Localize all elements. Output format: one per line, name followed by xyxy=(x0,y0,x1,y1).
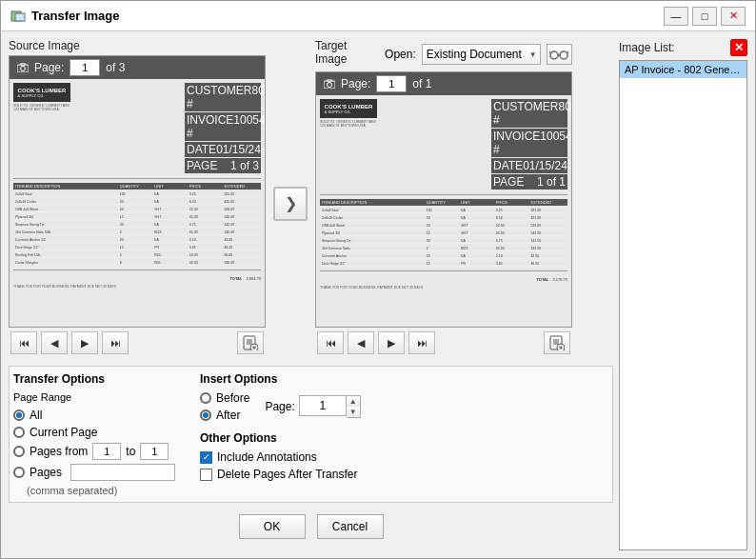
target-page-header: Page: of 1 xyxy=(316,72,571,95)
open-document-select[interactable]: Existing Document New Document xyxy=(422,44,541,65)
target-page-of: of 1 xyxy=(412,77,431,90)
svg-line-16 xyxy=(567,51,568,53)
image-list-header: Image List: ✕ xyxy=(619,39,747,56)
svg-line-15 xyxy=(549,51,550,53)
target-image-box: Page: of 1 COOK'S LUMBER xyxy=(315,71,572,328)
radio-before-label: Before xyxy=(216,391,249,405)
radio-current-page[interactable] xyxy=(13,427,25,438)
radio-current-label: Current Page xyxy=(30,426,97,439)
target-prev-btn[interactable]: ◀ xyxy=(348,331,374,354)
target-nav-bar: ⏮ ◀ ▶ ⏭ xyxy=(315,328,572,358)
source-image-label: Source Image xyxy=(9,39,266,52)
maximize-button[interactable]: □ xyxy=(692,7,717,26)
source-next-btn[interactable]: ▶ xyxy=(71,331,98,354)
source-image-section: Source Image Page: of 3 xyxy=(9,39,266,358)
radio-pages-from[interactable] xyxy=(13,446,25,457)
pages-text-input[interactable] xyxy=(70,464,175,481)
transfer-options-title: Transfer Options xyxy=(13,372,175,386)
svg-point-12 xyxy=(550,51,558,59)
target-image-label: Target Image xyxy=(315,39,375,66)
ok-button[interactable]: OK xyxy=(239,514,306,539)
source-last-btn[interactable]: ⏭ xyxy=(102,331,129,354)
window-title: Transfer Image xyxy=(31,9,120,23)
radio-all-label: All xyxy=(30,409,42,422)
target-add-btn[interactable] xyxy=(544,331,570,354)
target-first-btn[interactable]: ⏮ xyxy=(317,331,344,354)
insert-page-input[interactable] xyxy=(299,395,347,416)
dialog-content: Source Image Page: of 3 xyxy=(1,31,755,558)
radio-after-label: After xyxy=(216,409,240,422)
insert-other-options: Insert Options Before After xyxy=(200,372,361,496)
checkbox-include-annotations[interactable] xyxy=(200,451,212,464)
source-prev-btn[interactable]: ◀ xyxy=(41,331,68,354)
spinner-up-btn[interactable]: ▲ xyxy=(347,396,360,407)
radio-pages[interactable] xyxy=(13,467,25,478)
cancel-button[interactable]: Cancel xyxy=(317,514,384,539)
comma-note-row: (comma separated) xyxy=(13,485,175,496)
page-range-title: Page Range xyxy=(13,391,175,403)
svg-point-3 xyxy=(21,67,26,71)
target-add-icon xyxy=(549,335,565,350)
svg-point-18 xyxy=(328,83,332,88)
glasses-button[interactable] xyxy=(547,44,572,65)
target-header: Target Image Open: Existing Document New… xyxy=(315,39,572,69)
insert-radio-group: Before After xyxy=(200,391,249,422)
source-add-btn[interactable] xyxy=(237,331,264,354)
spinner-down-btn[interactable]: ▼ xyxy=(347,407,360,417)
insert-options-section: Insert Options Before After xyxy=(200,372,361,422)
target-page-label: Page: xyxy=(341,77,370,90)
other-options-title: Other Options xyxy=(200,431,361,445)
page-spinner-btns: ▲ ▼ xyxy=(347,395,361,418)
image-list-box: AP Invoice - 802 Generic Lumber Y xyxy=(619,60,747,550)
insert-page-control: Page: ▲ ▼ xyxy=(265,395,360,418)
title-bar: Transfer Image — □ ✕ xyxy=(1,1,755,31)
include-annotations-label: Include Annotations xyxy=(217,450,317,464)
checkbox-delete-pages[interactable] xyxy=(200,469,212,481)
pages-from-input[interactable] xyxy=(92,443,121,460)
source-page-label: Page: xyxy=(34,61,64,74)
invoice-preview-target: COOK'S LUMBER & SUPPLY CO. SOLD TO: GENE… xyxy=(316,95,571,327)
option-all-row: All xyxy=(13,409,175,422)
main-area: Source Image Page: of 3 xyxy=(9,39,613,358)
camera-icon-target xyxy=(324,79,335,89)
insert-page-label: Page: xyxy=(265,400,294,413)
add-icon xyxy=(243,335,258,350)
options-area: Transfer Options Page Range All Current … xyxy=(9,366,613,503)
radio-pages-label: Pages xyxy=(30,466,62,479)
close-image-list-button[interactable]: ✕ xyxy=(730,39,747,56)
pages-from-to: to xyxy=(126,445,135,458)
svg-point-13 xyxy=(560,51,567,59)
target-last-btn[interactable]: ⏭ xyxy=(408,331,435,354)
open-select-wrapper[interactable]: Existing Document New Document xyxy=(422,44,541,65)
insert-options-title: Insert Options xyxy=(200,372,361,386)
camera-icon xyxy=(17,63,29,72)
minimize-button[interactable]: — xyxy=(664,7,688,26)
delete-pages-label: Delete Pages After Transfer xyxy=(217,468,357,481)
svg-rect-1 xyxy=(15,13,25,21)
right-panel: Image List: ✕ AP Invoice - 802 Generic L… xyxy=(619,39,747,550)
target-document-preview: COOK'S LUMBER & SUPPLY CO. SOLD TO: GENE… xyxy=(316,95,571,327)
image-list-item[interactable]: AP Invoice - 802 Generic Lumber Y xyxy=(620,61,746,78)
target-page-input[interactable] xyxy=(376,75,407,92)
source-page-input[interactable] xyxy=(70,59,100,76)
left-panel: Source Image Page: of 3 xyxy=(9,39,613,550)
transfer-image-dialog: Transfer Image — □ ✕ Source Image xyxy=(0,0,756,559)
title-bar-left: Transfer Image xyxy=(10,9,120,24)
radio-all[interactable] xyxy=(13,409,25,421)
target-next-btn[interactable]: ▶ xyxy=(378,331,405,354)
target-open-label: Open: xyxy=(385,48,416,61)
transfer-arrow-area: ❯ xyxy=(271,187,309,221)
source-first-btn[interactable]: ⏮ xyxy=(10,331,37,354)
radio-before[interactable] xyxy=(200,392,211,404)
target-image-section: Target Image Open: Existing Document New… xyxy=(315,39,572,358)
button-row: OK Cancel xyxy=(9,507,613,543)
option-delete-pages-row: Delete Pages After Transfer xyxy=(200,468,361,481)
source-page-header: Page: of 3 xyxy=(10,56,265,79)
transfer-button[interactable]: ❯ xyxy=(273,187,308,221)
radio-pages-from-label: Pages from xyxy=(30,445,88,458)
close-button[interactable]: ✕ xyxy=(721,7,746,26)
radio-after[interactable] xyxy=(200,409,211,421)
image-list-label: Image List: xyxy=(619,41,675,54)
page-spinner: ▲ ▼ xyxy=(299,395,361,418)
pages-to-input[interactable] xyxy=(140,443,169,460)
